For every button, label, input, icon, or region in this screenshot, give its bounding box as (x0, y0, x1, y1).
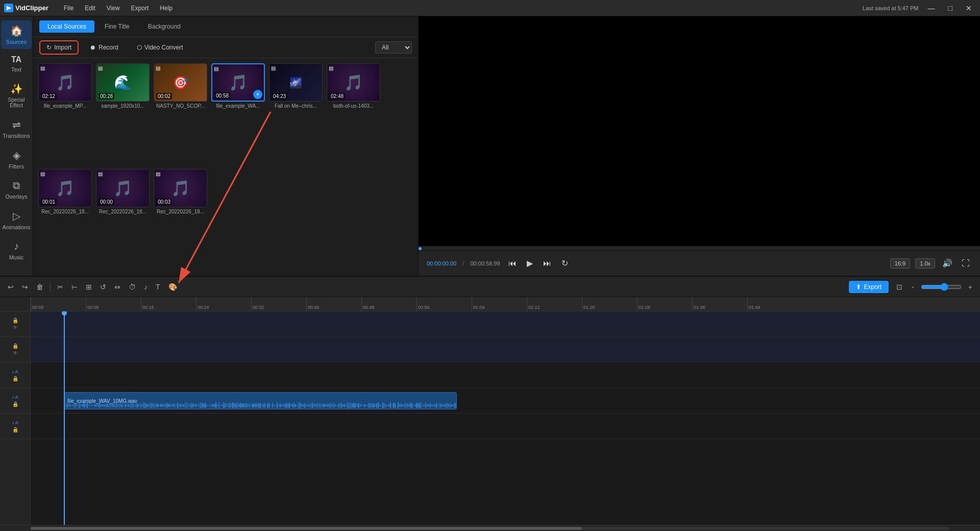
zoom-out-button[interactable]: - (909, 281, 917, 293)
maximize-button[interactable]: □ (944, 3, 957, 13)
volume-tl-button[interactable]: ♪ (141, 281, 150, 293)
import-button[interactable]: ↻ Import (39, 40, 79, 55)
audio-clip-label: file_example_WAV_10MG.wav (67, 398, 137, 404)
timeline-main: 00:00 00:08 00:15 00:24 00:32 00:40 00:4… (31, 297, 980, 525)
audio-lock-icon[interactable]: 🔒 (12, 376, 18, 381)
text-icon: TA (11, 55, 21, 64)
import-icon: ↻ (46, 44, 52, 51)
filters-icon: ◈ (13, 149, 20, 161)
list-item[interactable]: 🎯 ▤ 00:02 NASTY_NO_SCOP... (154, 63, 207, 165)
export-button[interactable]: ⬆ Export (849, 281, 889, 293)
list-item[interactable]: 🎵 ▤ 00:58 + file_example_WA... (211, 63, 265, 165)
speed-button[interactable]: ⏱ (126, 281, 138, 293)
media-type-icon: ▤ (329, 65, 333, 71)
animations-icon: ▷ (13, 210, 20, 222)
volume-button[interactable]: 🔊 (940, 256, 954, 270)
sidebar-item-music[interactable]: ♪ Music (1, 236, 32, 264)
sidebar-item-special-effect[interactable]: ✨ Special Effect (1, 79, 32, 112)
fit-button[interactable]: ⊡ (894, 281, 905, 293)
list-item[interactable]: 🎵 ▤ 02:12 file_example_MP... (38, 63, 92, 165)
menu-export[interactable]: Export (126, 3, 154, 14)
minimize-button[interactable]: — (924, 3, 939, 13)
rotate-button[interactable]: ↺ (97, 281, 109, 293)
video-convert-button[interactable]: ⬡ Video Convert (130, 40, 190, 55)
skip-back-button[interactable]: ⏮ (506, 257, 519, 270)
media-label: file_example_WA... (211, 103, 265, 109)
list-item[interactable]: 🎵 ▤ 00:00 Rec_20220226_18... (96, 169, 150, 271)
list-item[interactable]: 🎵 ▤ 00:01 Rec_20220226_18... (38, 169, 92, 271)
sidebar-item-overlays[interactable]: ⧉ Overlays (1, 176, 32, 204)
media-duration: 00:03 (156, 199, 172, 205)
sidebar-item-filters[interactable]: ◈ Filters (1, 145, 32, 174)
play-button[interactable]: ▶ (525, 256, 535, 270)
filter-select[interactable]: All Video Audio Image (375, 41, 412, 54)
track-vis-icon2[interactable]: 👁 (13, 350, 18, 356)
tab-local-sources[interactable]: Local Sources (39, 20, 94, 33)
add-to-timeline-button[interactable]: + (253, 90, 262, 99)
close-button[interactable]: ✕ (962, 3, 976, 13)
speed-badge[interactable]: 1.0x (915, 258, 935, 269)
list-item[interactable]: 🎵 ▤ 00:03 Rec_20220226_18... (154, 169, 207, 271)
crop-button[interactable]: ⊞ (83, 281, 94, 293)
sidebar-overlays-label: Overlays (5, 194, 27, 200)
list-item[interactable]: 🎵 ▤ 02:48 both-of-us-1403... (327, 63, 380, 165)
import-label: Import (54, 44, 71, 51)
track-label-video1: 🔒 👁 (0, 311, 30, 337)
sidebar: 🏠 Sources TA Text ✨ Special Effect ⇌ Tra… (0, 16, 33, 276)
timeline-body: 🔒 👁 🔒 👁 ♪ A 🔒 ♪ A 🔒 ♪ A 🔒 (0, 297, 980, 525)
music-icon: ♪ (14, 240, 19, 252)
menu-view[interactable]: View (102, 3, 125, 14)
media-duration: 00:28 (99, 93, 114, 100)
tab-background[interactable]: Background (140, 20, 189, 33)
tab-fine-title[interactable]: Fine Title (96, 20, 138, 33)
media-duration: 00:01 (41, 199, 57, 205)
sidebar-transitions-label: Transitions (3, 133, 30, 139)
track-vis-icon[interactable]: 👁 (13, 325, 18, 330)
skip-forward-button[interactable]: ⏭ (541, 257, 553, 270)
color-tl-button[interactable]: 🎨 (166, 281, 180, 293)
logo-icon: ▶ (4, 4, 13, 12)
sidebar-item-text[interactable]: TA Text (1, 51, 32, 77)
zoom-slider[interactable] (921, 283, 962, 291)
redo-button[interactable]: ↪ (19, 281, 31, 293)
transitions-icon: ⇌ (12, 118, 21, 131)
media-thumbnail: 🎯 ▤ 00:02 (154, 63, 207, 102)
timeline-zoom-controls: ⊡ - + (894, 281, 975, 293)
aspect-ratio-badge[interactable]: 16:9 (890, 258, 910, 269)
media-type-icon: ▤ (214, 66, 218, 71)
sidebar-filters-label: Filters (9, 163, 24, 170)
sidebar-item-animations[interactable]: ▷ Animations (1, 206, 32, 234)
menu-edit[interactable]: Edit (80, 3, 101, 14)
split-button[interactable]: ⊢ (69, 281, 80, 293)
delete-button[interactable]: 🗑 (34, 281, 46, 293)
track-label-video2: 🔒 👁 (0, 337, 30, 363)
preview-timeline-slider[interactable] (419, 246, 980, 250)
media-thumbnail: 🎵 ▤ 00:01 (38, 169, 92, 207)
loop-button[interactable]: ↻ (559, 256, 570, 270)
flip-button[interactable]: ⇔ (112, 281, 123, 293)
timeline-scrollbar[interactable] (0, 525, 980, 531)
text-tl-button[interactable]: T (153, 281, 163, 293)
track-lock-icon2[interactable]: 🔒 (12, 343, 18, 349)
undo-button[interactable]: ↩ (5, 281, 16, 293)
sidebar-item-sources[interactable]: 🏠 Sources (1, 20, 32, 49)
audio-lock-icon2[interactable]: 🔒 (12, 401, 18, 407)
list-item[interactable]: 🌌 ▤ 04:23 Fall on Me--chris... (269, 63, 323, 165)
audio-clip[interactable]: file_example_WAV_10MG.wav (64, 392, 457, 409)
audio-lock-icon3[interactable]: 🔒 (12, 427, 18, 432)
cut-button[interactable]: ✂ (55, 281, 66, 293)
media-thumbnail: 🎵 ▤ 00:58 + (211, 63, 265, 102)
sidebar-item-transitions[interactable]: ⇌ Transitions (1, 114, 32, 143)
track-lock-icon[interactable]: 🔒 (12, 318, 18, 323)
zoom-in-button[interactable]: + (966, 281, 975, 293)
fullscreen-button[interactable]: ⛶ (960, 257, 972, 270)
media-duration: 00:58 (214, 92, 230, 99)
app-logo: ▶ VidClipper (4, 4, 48, 12)
list-item[interactable]: 🌊 ▤ 00:28 sample_1920x10... (96, 63, 150, 165)
media-type-icon: ▤ (156, 171, 160, 177)
menu-file[interactable]: File (59, 3, 79, 14)
playhead[interactable] (64, 311, 65, 525)
media-duration: 02:12 (41, 93, 57, 100)
record-button[interactable]: ⏺ Record (83, 40, 126, 55)
menu-help[interactable]: Help (155, 3, 178, 14)
